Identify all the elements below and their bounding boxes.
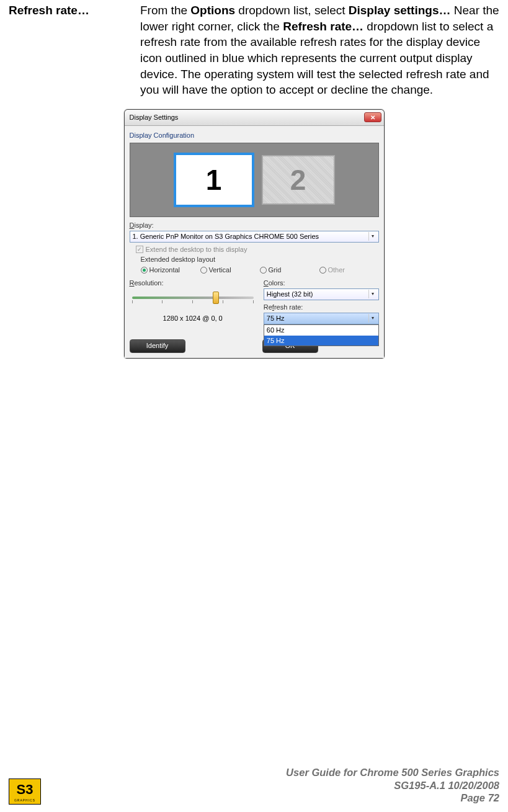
logo-main-text: S3 xyxy=(17,780,33,799)
radio-icon xyxy=(260,267,267,274)
page-footer: S3 GRAPHICS User Guide for Chrome 500 Se… xyxy=(0,766,508,805)
refresh-rate-option-75hz[interactable]: 75 Hz xyxy=(264,336,378,346)
display-configuration-label: Display Configuration xyxy=(130,131,379,140)
desc-text: dropdown list, select xyxy=(235,4,349,17)
display-field-label: Display: xyxy=(130,221,379,230)
monitor-2[interactable]: 2 xyxy=(262,155,335,205)
chevron-down-icon: ▾ xyxy=(368,232,377,241)
colors-label: Colors: xyxy=(264,279,379,288)
resolution-value: 1280 x 1024 @ 0, 0 xyxy=(130,314,256,323)
display-settings-dialog: Display Settings ✕ Display Configuration… xyxy=(124,109,385,359)
radio-icon xyxy=(319,267,326,274)
resolution-label: Resolution: xyxy=(130,279,256,288)
desc-bold-display-settings: Display settings… xyxy=(349,4,451,17)
footer-page-label: Page xyxy=(461,792,488,803)
colors-dropdown-value: Highest (32 bit) xyxy=(267,290,313,299)
s3-graphics-logo: S3 GRAPHICS xyxy=(9,779,41,805)
slider-thumb[interactable] xyxy=(213,292,219,304)
display-dropdown-value: 1. Generic PnP Monitor on S3 Graphics CH… xyxy=(133,232,319,241)
resolution-slider[interactable] xyxy=(130,292,256,313)
footer-docid-date: SG195-A.1 10/20/2008 xyxy=(41,779,499,792)
refresh-rate-dropdown-value: 75 Hz xyxy=(267,314,285,323)
identify-button[interactable]: Identify xyxy=(130,339,185,353)
slider-ticks xyxy=(132,300,254,303)
desc-bold-refresh-rate: Refresh rate… xyxy=(283,20,363,33)
extended-layout-options: Horizontal Vertical Grid Other xyxy=(141,265,379,275)
layout-horizontal-radio[interactable]: Horizontal xyxy=(141,265,200,275)
footer-title: User Guide for Chrome 500 Series Graphic… xyxy=(41,766,499,779)
extended-layout-label: Extended desktop layout xyxy=(141,255,379,264)
desc-bold-options: Options xyxy=(190,4,235,17)
slider-track xyxy=(132,297,254,299)
monitor-arrangement-area[interactable]: 1 2 xyxy=(130,143,379,217)
close-icon: ✕ xyxy=(370,114,375,122)
dialog-title: Display Settings xyxy=(130,113,179,122)
refresh-rate-label: Refresh rate: xyxy=(264,303,379,312)
radio-icon xyxy=(200,267,207,274)
extend-desktop-checkbox[interactable]: ✓ xyxy=(136,246,143,253)
logo-sub-text: GRAPHICS xyxy=(14,798,35,803)
layout-grid-radio[interactable]: Grid xyxy=(260,265,319,275)
entry-label: Refresh rate… xyxy=(0,2,140,98)
refresh-rate-dropdown-list: 60 Hz 75 Hz xyxy=(264,324,379,347)
close-button[interactable]: ✕ xyxy=(364,112,381,122)
colors-dropdown[interactable]: Highest (32 bit) ▾ xyxy=(264,288,379,300)
layout-other-radio: Other xyxy=(319,265,379,275)
footer-page-number: 72 xyxy=(488,792,499,803)
desc-text: From the xyxy=(140,4,190,17)
refresh-rate-dropdown[interactable]: 75 Hz ▾ xyxy=(264,313,379,324)
dialog-titlebar: Display Settings ✕ xyxy=(125,110,384,126)
monitor-1[interactable]: 1 xyxy=(174,153,254,207)
layout-vertical-radio[interactable]: Vertical xyxy=(200,265,260,275)
chevron-down-icon: ▾ xyxy=(368,290,377,298)
extend-desktop-label: Extend the desktop to this display xyxy=(146,245,247,254)
entry-description: From the Options dropdown list, select D… xyxy=(140,2,508,98)
display-dropdown[interactable]: 1. Generic PnP Monitor on S3 Graphics CH… xyxy=(130,231,379,243)
radio-icon xyxy=(141,267,148,274)
refresh-rate-option-60hz[interactable]: 60 Hz xyxy=(264,325,378,336)
extend-desktop-checkbox-row: ✓ Extend the desktop to this display xyxy=(136,245,379,254)
chevron-down-icon: ▾ xyxy=(368,314,377,323)
